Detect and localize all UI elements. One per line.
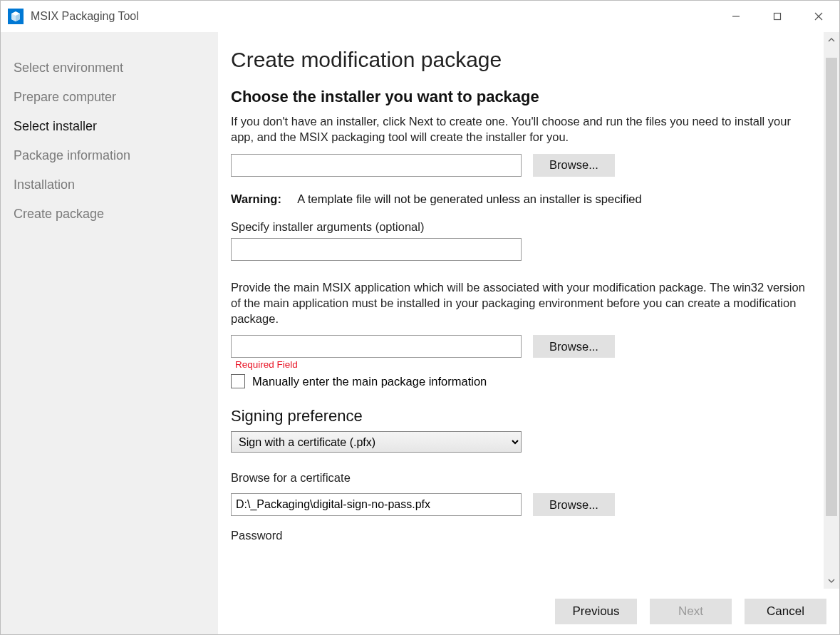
next-button[interactable]: Next: [650, 599, 732, 624]
warning-text: A template file will not be generated un…: [297, 192, 641, 205]
installer-args-label: Specify installer arguments (optional): [231, 220, 815, 234]
signing-heading: Signing preference: [231, 407, 815, 425]
step-package-information[interactable]: Package information: [14, 141, 218, 170]
scroll-thumb[interactable]: [826, 58, 837, 516]
password-label: Password: [231, 529, 815, 542]
installer-args-input[interactable]: [231, 238, 522, 261]
step-create-package[interactable]: Create package: [14, 200, 218, 229]
installer-browse-button[interactable]: Browse...: [533, 154, 615, 177]
choose-installer-desc: If you don't have an installer, click Ne…: [231, 113, 815, 145]
step-installation[interactable]: Installation: [14, 170, 218, 200]
required-field-error: Required Field: [235, 359, 815, 370]
svg-rect-4: [774, 14, 781, 20]
app-window: MSIX Packaging Tool Select environment P…: [0, 0, 840, 635]
choose-installer-heading: Choose the installer you want to package: [231, 88, 815, 106]
cancel-button[interactable]: Cancel: [745, 599, 826, 624]
manual-entry-label: Manually enter the main package informat…: [252, 375, 487, 388]
step-select-environment[interactable]: Select environment: [14, 53, 218, 83]
scroll-down-arrow[interactable]: [824, 573, 839, 589]
warning-label: Warning:: [231, 192, 281, 205]
step-prepare-computer[interactable]: Prepare computer: [14, 83, 218, 112]
certificate-path-input[interactable]: [231, 493, 522, 516]
main-panel: Create modification package Choose the i…: [218, 32, 839, 634]
titlebar: MSIX Packaging Tool: [1, 1, 839, 32]
wizard-sidebar: Select environment Prepare computer Sele…: [1, 32, 218, 634]
previous-button[interactable]: Previous: [555, 599, 637, 624]
page-title: Create modification package: [231, 48, 815, 72]
main-app-desc: Provide the main MSIX application which …: [231, 279, 815, 327]
vertical-scrollbar[interactable]: [824, 32, 839, 589]
app-icon: [8, 9, 24, 24]
manual-entry-row[interactable]: Manually enter the main package informat…: [231, 374, 815, 388]
cert-browse-label: Browse for a certificate: [231, 471, 815, 485]
scroll-track[interactable]: [824, 48, 839, 573]
signing-preference-combo[interactable]: Sign with a certificate (.pfx): [231, 431, 522, 453]
main-app-path-input[interactable]: [231, 335, 522, 358]
minimize-button[interactable]: [715, 1, 757, 32]
window-controls: [715, 1, 839, 32]
close-button[interactable]: [798, 1, 839, 32]
content-area: Create modification package Choose the i…: [218, 32, 824, 589]
wizard-footer: Previous Next Cancel: [218, 589, 839, 634]
scroll-up-arrow[interactable]: [824, 32, 839, 48]
maximize-button[interactable]: [757, 1, 798, 32]
step-select-installer[interactable]: Select installer: [14, 112, 218, 141]
certificate-browse-button[interactable]: Browse...: [533, 493, 615, 516]
app-title: MSIX Packaging Tool: [31, 10, 139, 23]
manual-entry-checkbox[interactable]: [231, 374, 245, 388]
main-app-browse-button[interactable]: Browse...: [533, 335, 615, 358]
installer-path-input[interactable]: [231, 154, 522, 177]
